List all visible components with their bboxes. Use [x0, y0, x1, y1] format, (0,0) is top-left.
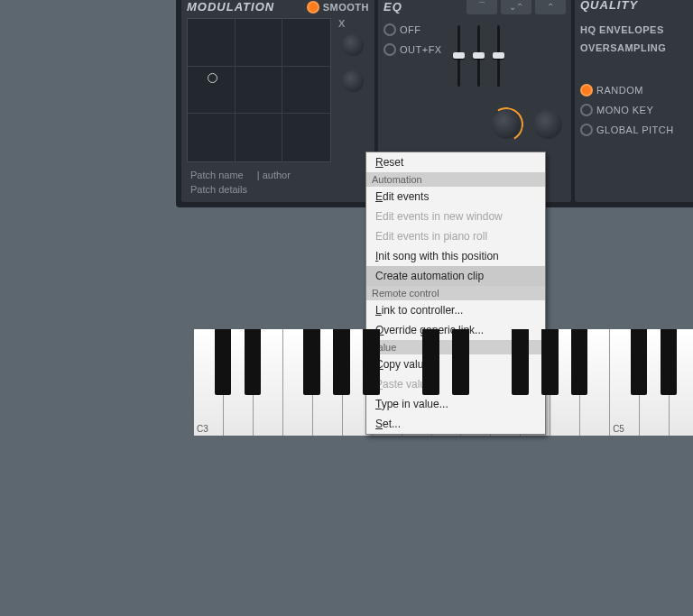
smooth-label: SMOOTH [323, 2, 369, 13]
modulation-xy-pad[interactable] [187, 18, 331, 162]
menu-type-in-value[interactable]: Type in value... [366, 394, 545, 414]
eq-shape-button[interactable]: ⌄⌃ [501, 0, 531, 14]
menu-header-remote: Remote control [366, 286, 545, 300]
menu-set[interactable]: Set... [366, 414, 545, 434]
xy-cursor-icon [208, 73, 217, 83]
smooth-radio[interactable] [307, 1, 319, 14]
eq-res-knob[interactable] [533, 110, 562, 139]
monokey-radio[interactable] [580, 104, 593, 116]
eq-slider[interactable] [470, 25, 486, 87]
menu-create-automation-clip[interactable]: Create automation clip [366, 266, 545, 286]
octave-label-c5: C5 [613, 424, 624, 434]
patch-details-field[interactable]: Patch details [187, 182, 369, 197]
menu-init-song[interactable]: Init song with this position [366, 246, 545, 266]
eq-slider[interactable] [450, 25, 467, 87]
eq-outfx-radio[interactable] [383, 43, 396, 56]
eq-off-label: OFF [400, 24, 421, 35]
modulation-heading: Modulation [187, 0, 274, 14]
menu-header-automation: Automation [366, 172, 545, 187]
eq-shape-button[interactable]: ⌃ [535, 0, 566, 14]
random-label: RANDOM [596, 85, 643, 96]
hq-env-label[interactable]: HQ ENVELOPES [580, 24, 693, 35]
random-radio[interactable] [580, 84, 593, 97]
quality-heading: Quality [580, 0, 693, 12]
modulation-panel: Modulation SMOOTH X Patch name [181, 0, 374, 202]
mod-y-knob[interactable] [342, 70, 364, 92]
oversampling-label[interactable]: OVERSAMPLING [580, 42, 693, 53]
eq-outfx-label: OUT+FX [400, 44, 442, 55]
menu-link-controller[interactable]: Link to controller... [366, 300, 545, 320]
mod-x-knob[interactable] [342, 34, 364, 56]
eq-shape-button[interactable]: ⌒ [467, 0, 497, 14]
axis-x-label: X [338, 18, 367, 29]
eq-slider[interactable] [490, 25, 506, 87]
menu-edit-events-piano: Edit events in piano roll [366, 226, 545, 246]
menu-reset[interactable]: Reset [366, 152, 545, 172]
menu-edit-events-new: Edit events in new window [366, 207, 545, 226]
quality-panel: Quality HQ ENVELOPES OVERSAMPLING RANDOM… [575, 0, 693, 202]
menu-edit-events[interactable]: Edit events [366, 187, 545, 207]
octave-label-c3: C3 [197, 424, 208, 434]
monokey-label: MONO KEY [596, 105, 653, 115]
globalpitch-label: GLOBAL PITCH [596, 124, 674, 135]
patch-author-sep: | author [257, 170, 291, 180]
eq-off-radio[interactable] [383, 23, 396, 36]
patch-name-field[interactable]: Patch name [190, 170, 244, 180]
eq-heading: EQ [383, 0, 402, 14]
eq-freq-knob[interactable] [492, 110, 521, 139]
globalpitch-radio[interactable] [580, 124, 593, 136]
